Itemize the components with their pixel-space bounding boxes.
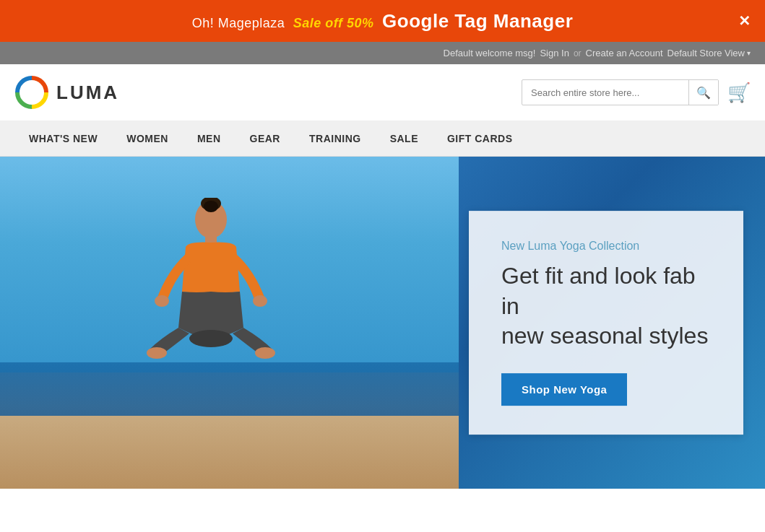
nav-link-gift-cards[interactable]: Gift Cards xyxy=(433,121,527,156)
search-box: 🔍 xyxy=(522,79,719,105)
hero-headline-line1: Get fit and look fab in xyxy=(501,263,696,319)
nav-item-whats-new: What's New xyxy=(14,121,112,156)
nav-item-sale: Sale xyxy=(376,121,433,156)
cart-icon[interactable]: 🛒 xyxy=(727,82,751,104)
svg-point-6 xyxy=(253,295,267,307)
signin-link[interactable]: Sign In xyxy=(540,48,569,58)
search-icon: 🔍 xyxy=(696,87,711,99)
nav-link-training[interactable]: Training xyxy=(295,121,376,156)
svg-point-9 xyxy=(189,330,233,347)
banner-text: Oh! Mageplaza Sale off 50% Google Tag Ma… xyxy=(192,10,574,32)
nav-item-men: Men xyxy=(183,121,235,156)
account-bar: Default welcome msg! Sign In or Create a… xyxy=(0,42,765,64)
store-view-selector[interactable]: Default Store View ▾ xyxy=(667,48,751,58)
hero-card: New Luma Yoga Collection Get fit and loo… xyxy=(469,211,743,435)
or-separator: or xyxy=(574,48,582,58)
hero-headline: Get fit and look fab in new seasonal sty… xyxy=(501,261,711,352)
nav-link-sale[interactable]: Sale xyxy=(376,121,433,156)
nav-link-gear[interactable]: Gear xyxy=(235,121,295,156)
site-header: LUMA 🔍 🛒 xyxy=(0,64,765,121)
nav-item-training: Training xyxy=(295,121,376,156)
hero-headline-line2: new seasonal styles xyxy=(501,323,708,349)
nav-item-women: Women xyxy=(112,121,183,156)
nav-link-women[interactable]: Women xyxy=(112,121,183,156)
logo-text: LUMA xyxy=(56,82,119,104)
banner-close-button[interactable]: ✕ xyxy=(738,12,751,30)
banner-title: Google Tag Manager xyxy=(382,10,573,32)
welcome-message: Default welcome msg! xyxy=(444,48,536,58)
nav-link-men[interactable]: Men xyxy=(183,121,235,156)
main-navigation: What's New Women Men Gear Training Sale … xyxy=(0,121,765,157)
banner-sale: Sale off 50% xyxy=(293,16,374,30)
create-account-link[interactable]: Create an Account xyxy=(586,48,663,58)
header-right: 🔍 🛒 xyxy=(522,79,751,105)
svg-point-8 xyxy=(255,347,275,359)
nav-link-whats-new[interactable]: What's New xyxy=(14,121,112,156)
hero-section: New Luma Yoga Collection Get fit and loo… xyxy=(0,157,765,489)
nav-list: What's New Women Men Gear Training Sale … xyxy=(14,121,751,156)
logo-icon xyxy=(14,75,49,110)
logo-area[interactable]: LUMA xyxy=(14,75,119,110)
search-button[interactable]: 🔍 xyxy=(688,80,718,105)
banner-brand: Oh! Mageplaza xyxy=(192,16,285,30)
hero-image xyxy=(0,157,459,489)
nav-item-gear: Gear xyxy=(235,121,295,156)
nav-item-gift-cards: Gift Cards xyxy=(433,121,527,156)
svg-point-7 xyxy=(147,347,167,359)
yoga-figure xyxy=(139,198,341,429)
shop-new-yoga-button[interactable]: Shop New Yoga xyxy=(501,373,627,406)
svg-point-3 xyxy=(204,201,218,212)
chevron-down-icon: ▾ xyxy=(747,49,751,57)
search-input[interactable] xyxy=(522,83,688,103)
collection-label: New Luma Yoga Collection xyxy=(501,240,711,253)
svg-point-5 xyxy=(155,295,169,307)
top-banner: Oh! Mageplaza Sale off 50% Google Tag Ma… xyxy=(0,0,765,42)
store-view-label: Default Store View xyxy=(667,48,745,58)
